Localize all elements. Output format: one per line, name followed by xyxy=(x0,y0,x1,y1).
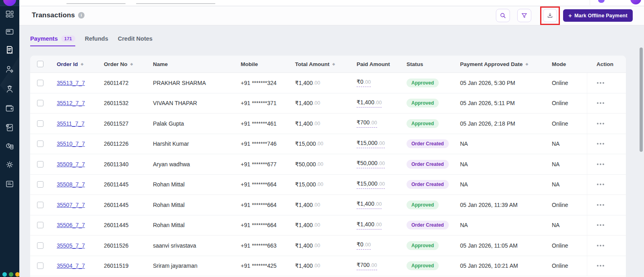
row-checkbox[interactable] xyxy=(37,202,43,208)
column-header-status: Status xyxy=(407,56,460,72)
column-header-mobile: Mobile xyxy=(241,56,295,72)
row-checkbox[interactable] xyxy=(37,100,43,106)
column-header-order-no[interactable]: Order No◆ xyxy=(104,56,153,72)
column-header-total-amount[interactable]: Total Amount◆ xyxy=(295,56,357,72)
mark-offline-payment-button[interactable]: + Mark Offline Payment xyxy=(563,9,633,22)
row-checkbox[interactable] xyxy=(37,80,43,86)
row-checkbox[interactable] xyxy=(37,141,43,147)
paid-amount-value[interactable]: ₹15,000.00 xyxy=(357,140,385,148)
payment-date-cell: NA xyxy=(460,175,552,195)
table-row: 35510_7_7 26011226 Harshit Kumar +91 ***… xyxy=(30,134,626,155)
status-badge: Approved xyxy=(407,241,439,250)
order-no-cell: 26011472 xyxy=(104,73,153,93)
payment-date-cell: 05 Jan 2026, 5:30 PM xyxy=(460,73,552,93)
reconciliation-icon[interactable] xyxy=(5,141,14,151)
paid-amount-value[interactable]: ₹0.00 xyxy=(357,241,371,250)
mode-cell: NA xyxy=(552,215,587,236)
tab-refunds[interactable]: Refunds xyxy=(85,35,108,45)
order-id-link[interactable]: 35505_7_7 xyxy=(57,242,85,249)
row-actions-button[interactable] xyxy=(597,224,604,226)
row-actions-button[interactable] xyxy=(597,143,604,145)
status-badge: Approved xyxy=(407,119,439,128)
total-amount-cell: ₹1,400.00 xyxy=(295,195,357,215)
name-cell: Rohan Mittal xyxy=(153,175,241,195)
payments-card-icon[interactable] xyxy=(5,27,14,37)
student-icon[interactable] xyxy=(5,84,14,94)
order-id-link[interactable]: 35511_7_7 xyxy=(57,120,85,127)
table-row: 35512_7_7 26011532 VIVAAN THAPAR +91 ***… xyxy=(30,93,626,114)
user-settings-icon[interactable] xyxy=(5,64,14,74)
order-no-cell: 26011527 xyxy=(104,114,153,134)
info-icon[interactable]: i xyxy=(78,12,85,19)
order-id-link[interactable]: 35513_7_7 xyxy=(57,80,85,86)
order-id-link[interactable]: 35510_7_7 xyxy=(57,141,85,147)
mode-cell: Online xyxy=(552,256,587,276)
name-cell: saanvi srivastava xyxy=(153,236,241,256)
tab-payments-label: Payments xyxy=(30,35,58,42)
paid-amount-value[interactable]: ₹0.00 xyxy=(357,79,371,87)
order-no-cell: 26011226 xyxy=(104,134,153,154)
payment-date-cell: 05 Jan 2026, 10:21 AM xyxy=(460,256,552,276)
sort-icon: ◆ xyxy=(130,62,133,66)
row-actions-button[interactable] xyxy=(597,245,604,246)
notification-bell-icon[interactable] xyxy=(598,0,605,3)
paid-amount-value[interactable]: ₹700.00 xyxy=(357,262,377,270)
tab-credit-notes[interactable]: Credit Notes xyxy=(118,35,153,45)
payment-date-cell: 05 Jan 2026, 11:05 AM xyxy=(460,236,552,256)
column-header-payment-approved-date[interactable]: Payment Approved Date◆ xyxy=(460,56,552,72)
user-avatar[interactable] xyxy=(630,0,641,4)
settings-gear-icon[interactable] xyxy=(5,160,14,170)
search-button[interactable] xyxy=(496,9,510,22)
table-row: 35508_7_7 26011445 Rohan Mittal +91 ****… xyxy=(30,175,626,195)
fee-report-icon[interactable] xyxy=(5,123,14,132)
row-checkbox[interactable] xyxy=(37,120,43,127)
status-badge: Approved xyxy=(407,201,439,209)
row-checkbox[interactable] xyxy=(37,161,43,167)
order-id-link[interactable]: 35504_7_7 xyxy=(57,263,85,269)
vertical-scrollbar[interactable] xyxy=(640,48,643,152)
column-header-name: Name xyxy=(153,56,241,72)
row-actions-button[interactable] xyxy=(597,123,604,124)
order-id-link[interactable]: 35509_7_7 xyxy=(57,161,85,167)
row-actions-button[interactable] xyxy=(597,265,604,267)
page-title: Transactions xyxy=(32,11,75,19)
order-id-link[interactable]: 35512_7_7 xyxy=(57,100,85,106)
select-all-checkbox[interactable] xyxy=(37,61,43,67)
order-id-link[interactable]: 35508_7_7 xyxy=(57,181,85,188)
paid-amount-value[interactable]: ₹1,400.00 xyxy=(357,99,382,107)
row-actions-button[interactable] xyxy=(597,163,604,165)
mode-cell: Online xyxy=(552,236,587,256)
paid-amount-value[interactable]: ₹1,400.00 xyxy=(357,201,382,209)
transactions-receipt-icon[interactable] xyxy=(5,45,14,55)
row-actions-button[interactable] xyxy=(597,184,604,185)
tab-payments[interactable]: Payments 171 xyxy=(30,35,75,46)
row-checkbox[interactable] xyxy=(37,181,43,188)
paid-amount-value[interactable]: ₹15,000.00 xyxy=(357,180,385,189)
row-actions-button[interactable] xyxy=(597,102,604,104)
order-no-cell: 26011532 xyxy=(104,93,153,114)
paid-amount-value[interactable]: ₹700.00 xyxy=(357,119,377,128)
row-checkbox[interactable] xyxy=(37,263,43,269)
wallet-icon[interactable] xyxy=(5,103,14,113)
column-header-mode: Mode xyxy=(552,56,587,72)
filter-button[interactable] xyxy=(517,9,531,22)
row-actions-button[interactable] xyxy=(597,204,604,206)
mobile-cell: +91 *******663 xyxy=(241,236,295,256)
mobile-cell: +91 *******664 xyxy=(241,175,295,195)
column-header-order-id[interactable]: Order Id◆ xyxy=(57,56,104,72)
row-checkbox[interactable] xyxy=(37,222,43,228)
order-id-link[interactable]: 35506_7_7 xyxy=(57,222,85,228)
order-id-link[interactable]: 35507_7_7 xyxy=(57,202,85,208)
paid-amount-value[interactable]: ₹1,400.00 xyxy=(357,221,382,229)
tab-credit-notes-label: Credit Notes xyxy=(118,35,153,42)
payments-table: Order Id◆ Order No◆ Name Mobile Total Am… xyxy=(30,56,626,277)
mode-cell: Online xyxy=(552,73,587,93)
row-checkbox[interactable] xyxy=(37,242,43,249)
row-actions-button[interactable] xyxy=(597,82,604,84)
column-header-action: Action xyxy=(587,56,626,72)
dashboard-icon[interactable] xyxy=(5,9,14,19)
table-row: 35509_7_7 26011340 Aryan wadhwa +91 ****… xyxy=(30,154,626,175)
notes-icon[interactable] xyxy=(5,179,14,189)
paid-amount-value[interactable]: ₹50,000.00 xyxy=(357,160,385,168)
plus-icon: + xyxy=(568,12,572,19)
